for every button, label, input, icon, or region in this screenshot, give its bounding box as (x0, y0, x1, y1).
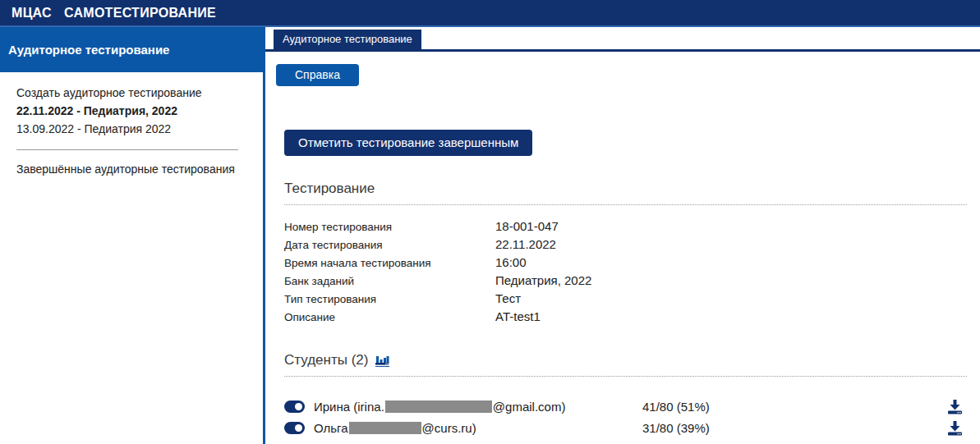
field-value: AT-test1 (495, 309, 967, 323)
tab-auditory-testing[interactable]: Аудиторное тестирование (274, 30, 421, 49)
field-value: 22.11.2022 (495, 237, 967, 251)
sidebar-divider (16, 149, 238, 150)
mark-testing-complete-button[interactable]: Отметить тестирование завершенным (284, 130, 532, 156)
student-score: 41/80 (51%) (642, 400, 782, 414)
tab-bar: Аудиторное тестирование (265, 27, 980, 52)
redacted-text (349, 422, 421, 434)
student-toggle[interactable] (284, 401, 305, 413)
student-toggle[interactable] (284, 422, 305, 434)
app-header: МЦАС САМОТЕСТИРОВАНИЕ (0, 0, 980, 27)
testing-field-row: Банк заданий Педиатрия, 2022 (284, 273, 967, 291)
bar-chart-icon[interactable] (375, 354, 389, 367)
field-value: 18-001-047 (495, 219, 967, 233)
field-label: Тип тестирования (284, 293, 495, 305)
sidebar-item[interactable]: 13.09.2022 - Педиатрия 2022 (16, 120, 263, 138)
testing-fields: Номер тестирования 18-001-047 Дата тести… (284, 219, 967, 327)
download-icon[interactable] (929, 420, 964, 436)
sidebar-section-label: Аудиторное тестирование (8, 43, 169, 57)
testing-field-row: Время начала тестирования 16:00 (284, 255, 967, 273)
field-label: Время начала тестирования (284, 257, 495, 269)
app-title: САМОТЕСТИРОВАНИЕ (64, 6, 216, 21)
sidebar-menu: Создать аудиторное тестирование 22.11.20… (0, 72, 263, 178)
field-value: Педиатрия, 2022 (495, 273, 967, 287)
students-list: Ирина (irina.@gmail.com) 41/80 (51%) (284, 396, 967, 438)
sidebar-item[interactable]: Создать аудиторное тестирование (16, 84, 263, 102)
app-brand: МЦАС (12, 6, 52, 21)
student-score: 31/80 (39%) (642, 421, 782, 435)
student-name: Ирина (irina.@gmail.com) (314, 400, 642, 414)
field-label: Банк заданий (284, 275, 495, 287)
sidebar-items: Создать аудиторное тестирование 22.11.20… (16, 84, 263, 138)
sidebar-item[interactable]: 22.11.2022 - Педиатрия, 2022 (16, 102, 263, 120)
testing-field-row: Описание AT-test1 (284, 309, 967, 327)
page-layout: Аудиторное тестирование Создать аудиторн… (0, 27, 980, 444)
testing-field-row: Дата тестирования 22.11.2022 (284, 237, 967, 255)
student-row: Ирина (irina.@gmail.com) 41/80 (51%) (284, 396, 967, 417)
testing-field-row: Номер тестирования 18-001-047 (284, 219, 967, 237)
field-label: Номер тестирования (284, 221, 495, 233)
sidebar-section-auditory-testing[interactable]: Аудиторное тестирование (0, 27, 263, 72)
student-name: Ольга @curs.ru) (314, 421, 642, 435)
testing-section: Тестирование Номер тестирования 18-001-0… (284, 181, 967, 327)
field-label: Описание (284, 311, 495, 323)
field-value: Тест (495, 291, 967, 305)
testing-section-title: Тестирование (284, 181, 375, 197)
sidebar: Аудиторное тестирование Создать аудиторн… (0, 27, 263, 444)
redacted-text (385, 401, 492, 413)
field-value: 16:00 (495, 255, 967, 269)
students-section: Студенты (2) (284, 352, 967, 438)
sidebar-item-completed-testings[interactable]: Завершённые аудиторные тестирования (16, 160, 263, 178)
download-icon[interactable] (929, 399, 964, 414)
students-section-title: Студенты (2) (284, 352, 368, 368)
help-button[interactable]: Справка (276, 64, 359, 86)
main-content: Аудиторное тестирование Справка Отметить… (263, 27, 980, 444)
testing-field-row: Тип тестирования Тест (284, 291, 967, 309)
student-row: Ольга @curs.ru) 31/80 (39%) (284, 417, 967, 438)
field-label: Дата тестирования (284, 239, 495, 251)
